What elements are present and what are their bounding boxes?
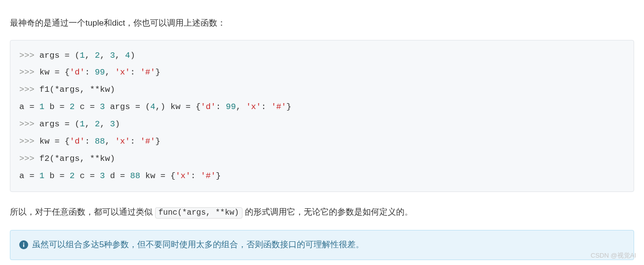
code-token: : (85, 68, 95, 77)
code-token: b = (44, 102, 70, 112)
code-token: '#' (271, 102, 286, 112)
code-token: , (236, 102, 246, 112)
code-token: 3 (100, 102, 105, 112)
code-token: 'x' (246, 102, 261, 112)
code-token: , (85, 51, 95, 60)
code-token: args = ( (40, 119, 80, 129)
code-token: a = (19, 171, 40, 181)
svg-rect-2 (23, 243, 24, 244)
code-token: 1 (40, 171, 44, 181)
code-token: : (216, 102, 226, 112)
code-token: 'd' (70, 137, 85, 146)
info-alert: 虽然可以组合多达5种参数，但不要同时使用太多的组合，否则函数接口的可理解性很差。 (10, 230, 634, 260)
code-token: , (100, 119, 110, 129)
code-token: '#' (201, 171, 216, 181)
code-token: } (155, 68, 160, 77)
code-token: args = ( (40, 51, 80, 60)
alert-text: 虽然可以组合多达5种参数，但不要同时使用太多的组合，否则函数接口的可理解性很差。 (32, 237, 364, 253)
code-token: 4 (125, 51, 130, 60)
code-token: 1 (80, 119, 84, 129)
code-token: 1 (40, 102, 44, 112)
code-token: : (261, 102, 271, 112)
code-block: >>> args = (1, 2, 3, 4) >>> kw = {'d': 9… (10, 40, 634, 192)
conclusion-after: 的形式调用它，无论它的参数是如何定义的。 (242, 207, 413, 217)
code-token: >>> (19, 85, 40, 94)
code-token: 1 (80, 51, 84, 60)
code-token: f2(*args, **kw) (40, 154, 115, 163)
code-token: } (216, 171, 221, 181)
code-token: kw = { (140, 171, 175, 181)
intro-paragraph: 最神奇的是通过一个tuple和dict，你也可以调用上述函数： (10, 16, 634, 31)
code-token: : (191, 171, 201, 181)
code-token: 2 (70, 102, 75, 112)
code-token: 4 (150, 102, 155, 112)
code-token: '#' (140, 137, 156, 146)
info-icon (19, 240, 28, 249)
code-token: >>> (19, 119, 40, 129)
code-token: d = (105, 171, 130, 181)
code-token: kw = { (40, 137, 70, 146)
conclusion-before: 所以，对于任意函数，都可以通过类似 (10, 207, 155, 217)
code-token: : (85, 137, 95, 146)
code-token: , (105, 68, 115, 77)
code-token: 'x' (175, 171, 191, 181)
code-token: , (105, 137, 115, 146)
code-token: 3 (100, 171, 105, 181)
code-token: 99 (226, 102, 236, 112)
code-token: 3 (110, 119, 115, 129)
code-token: , (100, 51, 110, 60)
code-token: >>> (19, 51, 40, 60)
conclusion-paragraph: 所以，对于任意函数，都可以通过类似 func(*args, **kw) 的形式调… (10, 205, 634, 220)
code-token: args = ( (105, 102, 150, 112)
code-token: 2 (95, 51, 100, 60)
code-token: 2 (70, 171, 75, 181)
code-token: >>> (19, 137, 40, 146)
code-token: ,) kw = { (155, 102, 201, 112)
code-token: ) (130, 51, 135, 60)
svg-rect-1 (23, 244, 24, 247)
code-token: c = (75, 102, 100, 112)
code-token: a = (19, 102, 40, 112)
code-token: , (85, 119, 95, 129)
code-token: 'x' (115, 68, 130, 77)
code-token: 3 (110, 51, 115, 60)
code-token: 'x' (115, 137, 130, 146)
code-token: kw = { (40, 68, 70, 77)
code-token: 88 (95, 137, 105, 146)
code-token: : (130, 137, 140, 146)
code-token: c = (75, 171, 100, 181)
code-token: 2 (95, 119, 100, 129)
code-token: } (286, 102, 291, 112)
code-token: '#' (140, 68, 156, 77)
code-token: >>> (19, 68, 40, 77)
code-token: 88 (130, 171, 140, 181)
code-token: : (130, 68, 140, 77)
code-token: 'd' (201, 102, 216, 112)
code-token: b = (44, 171, 70, 181)
code-token: >>> (19, 154, 40, 163)
code-token: ) (115, 119, 120, 129)
code-token: 'd' (70, 68, 85, 77)
code-token: 99 (95, 68, 105, 77)
code-token: f1(*args, **kw) (40, 85, 115, 94)
inline-code: func(*args, **kw) (155, 207, 242, 219)
code-token: } (155, 137, 160, 146)
code-token: , (115, 51, 125, 60)
